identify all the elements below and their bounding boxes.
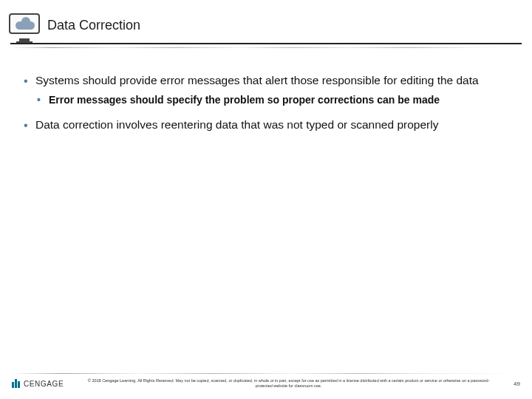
copyright-text: © 2018 Cengage Learning. All Rights Rese…: [74, 378, 503, 389]
title-underline: [10, 43, 522, 44]
bullet-text: Systems should provide error messages th…: [35, 74, 479, 86]
sub-bullet-item: Error messages should specify the proble…: [35, 93, 507, 107]
page-number: 49: [514, 381, 520, 387]
bullet-item: Systems should provide error messages th…: [22, 73, 507, 107]
slide-footer: CENGAGE © 2018 Cengage Learning. All Rig…: [0, 373, 532, 389]
slide-title: Data Correction: [47, 18, 140, 33]
slide-body: Systems should provide error messages th…: [0, 48, 532, 133]
brand-logo: CENGAGE: [12, 379, 64, 388]
bullet-text: Data correction involves reentering data…: [35, 118, 438, 131]
decorative-rule-bottom: [12, 373, 520, 374]
cloud-monitor-icon: [9, 13, 40, 37]
brand-name: CENGAGE: [24, 380, 64, 388]
brand-mark-icon: [12, 379, 20, 388]
slide-header: Data Correction: [0, 0, 532, 43]
bullet-item: Data correction involves reentering data…: [22, 117, 507, 133]
sub-bullet-text: Error messages should specify the proble…: [49, 94, 440, 106]
